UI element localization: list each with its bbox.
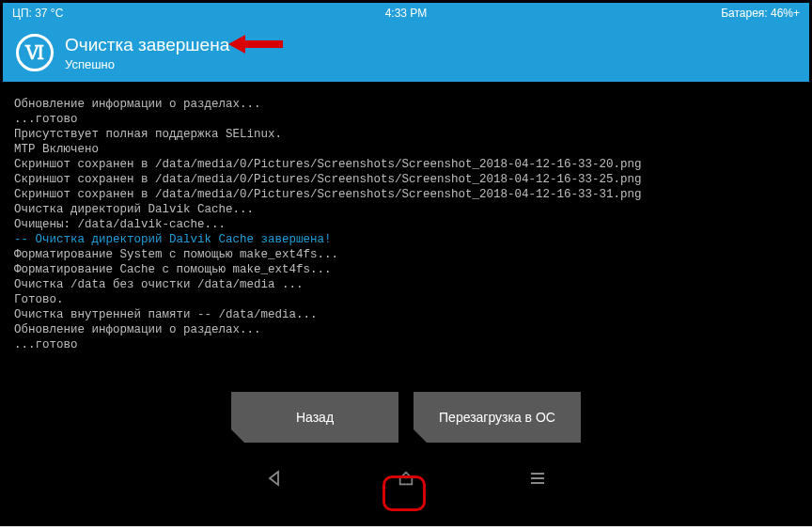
console-line: Форматирование Cache с помощью make_ext4… <box>14 262 798 277</box>
console-line: Очистка директорий Dalvik Cache... <box>14 202 798 217</box>
annotation-arrow <box>228 35 283 54</box>
console-line: Скриншот сохранен в /data/media/0/Pictur… <box>14 172 798 187</box>
nav-bar <box>3 450 809 507</box>
console-line: Скриншот сохранен в /data/media/0/Pictur… <box>14 187 798 202</box>
battery-status: Батарея: 46%+ <box>721 7 800 20</box>
header-text: Очистка завершена Успешно <box>65 35 229 71</box>
console-line: Очистка /data без очистки /data/media ..… <box>14 277 798 292</box>
header: Ⅵ Очистка завершена Успешно <box>3 23 809 82</box>
nav-back-icon[interactable] <box>265 469 284 488</box>
device-frame: ЦП: 37 °C 4:33 PM Батарея: 46%+ Ⅵ Очистк… <box>0 0 812 526</box>
logo-glyph: Ⅵ <box>25 41 44 64</box>
console-log[interactable]: Обновление информации о разделах......го… <box>3 82 809 388</box>
page-subtitle: Успешно <box>65 57 229 71</box>
nav-home-icon[interactable] <box>397 469 415 488</box>
clock: 4:33 PM <box>385 7 428 20</box>
console-line: Обновление информации о разделах... <box>14 97 798 112</box>
console-line: Готово. <box>14 292 798 307</box>
reboot-button[interactable]: Перезагрузка в ОС <box>414 392 581 443</box>
console-line: MTP Включено <box>14 142 798 157</box>
console-line: ...готово <box>14 112 798 127</box>
console-line: Очищены: /data/dalvik-cache... <box>14 217 798 232</box>
back-button[interactable]: Назад <box>231 392 398 443</box>
console-line: Скриншот сохранен в /data/media/0/Pictur… <box>14 157 798 172</box>
cpu-temp: ЦП: 37 °C <box>12 7 63 20</box>
console-line: Обновление информации о разделах... <box>14 322 798 337</box>
console-line: Очистка внутренней памяти -- /data/media… <box>14 307 798 322</box>
console-line: -- Очистка директорий Dalvik Cache завер… <box>14 232 798 247</box>
nav-menu-icon[interactable] <box>528 469 547 488</box>
console-line: ...готово <box>14 337 798 352</box>
twrp-logo-icon: Ⅵ <box>16 34 54 71</box>
page-title: Очистка завершена <box>65 35 229 55</box>
console-line: Присутствует полная поддержка SELinux. <box>14 127 798 142</box>
button-row: Назад Перезагрузка в ОС <box>3 388 809 450</box>
status-bar: ЦП: 37 °C 4:33 PM Батарея: 46%+ <box>3 3 809 23</box>
console-line: Форматирование System с помощью make_ext… <box>14 247 798 262</box>
